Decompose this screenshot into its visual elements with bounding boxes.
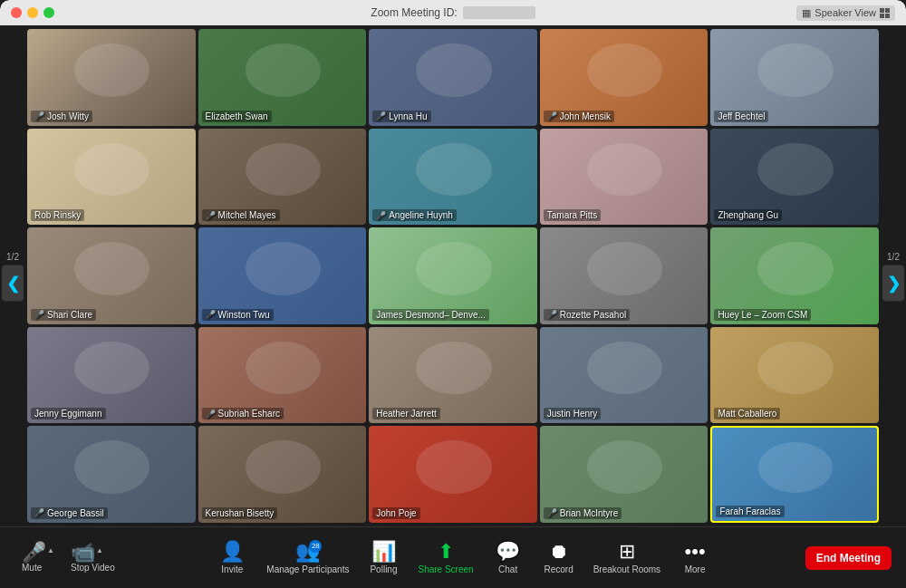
chat-icon: 💬 bbox=[496, 542, 520, 562]
video-cell-farah[interactable]: Farah Faraclas bbox=[710, 426, 879, 523]
name-tag-john: 🎤John Mensik bbox=[544, 111, 614, 122]
toolbar-center: 👤 Invite 👥 28 Manage Participants 📊 Poll… bbox=[122, 538, 805, 578]
meeting-id-field bbox=[463, 6, 535, 19]
video-grid: 🎤Josh WittyElizabeth Swan🎤Lynna Hu🎤John … bbox=[27, 29, 879, 523]
name-tag-elizabeth: Elizabeth Swan bbox=[202, 111, 272, 122]
polling-icon: 📊 bbox=[371, 542, 396, 562]
stop-video-button[interactable]: 📹 ▲ Stop Video bbox=[63, 539, 122, 576]
name-tag-angeline: 🎤Angeline Huynh bbox=[372, 209, 457, 221]
right-page-indicator: 1/2 bbox=[887, 251, 900, 261]
name-tag-farah: Farah Faraclas bbox=[716, 506, 784, 517]
name-tag-lynna: 🎤Lynna Hu bbox=[372, 111, 430, 122]
name-tag-tamara: Tamara Pitts bbox=[544, 209, 602, 221]
video-cell-angeline[interactable]: 🎤Angeline Huynh bbox=[369, 129, 537, 226]
name-tag-george: 🎤George Bassil bbox=[31, 507, 108, 519]
more-button[interactable]: ••• More bbox=[671, 538, 718, 578]
muted-mic-icon: 🎤 bbox=[206, 410, 216, 419]
left-arrow-icon[interactable]: ❮ bbox=[2, 265, 24, 301]
video-cell-john[interactable]: 🎤John Mensik bbox=[540, 29, 708, 126]
name-tag-shari: 🎤Shari Clare bbox=[31, 309, 96, 321]
muted-mic-icon: 🎤 bbox=[547, 310, 557, 319]
record-button[interactable]: ⏺ Record bbox=[535, 538, 583, 578]
maximize-button[interactable] bbox=[43, 7, 54, 18]
window-title: Zoom Meeting ID: bbox=[371, 6, 535, 19]
video-cell-james[interactable]: James Desmond– Denve... bbox=[369, 227, 537, 324]
video-cell-kerushan[interactable]: Kerushan Bisetty bbox=[198, 426, 367, 523]
video-cell-rozette[interactable]: 🎤Rozette Pasahol bbox=[540, 227, 708, 324]
video-cell-justin[interactable]: Justin Henry bbox=[540, 327, 708, 424]
video-cell-matt[interactable]: Matt Caballero bbox=[710, 327, 879, 424]
video-cell-elizabeth[interactable]: Elizabeth Swan bbox=[198, 29, 367, 126]
speaker-view-icon: ▦ bbox=[802, 7, 811, 19]
name-tag-jeff: Jeff Bechtel bbox=[714, 111, 768, 122]
muted-mic-icon: 🎤 bbox=[547, 508, 557, 517]
video-cell-huey[interactable]: Huey Le – Zoom CSM bbox=[710, 227, 879, 324]
video-cell-zhenghang[interactable]: Zhenghang Gu bbox=[710, 129, 879, 226]
mute-button[interactable]: 🎤 ▲ Mute bbox=[14, 539, 62, 576]
breakout-rooms-icon: ⊞ bbox=[619, 542, 635, 562]
muted-mic-icon: 🎤 bbox=[34, 111, 44, 120]
name-tag-zhenghang: Zhenghang Gu bbox=[714, 209, 782, 221]
video-cell-heather[interactable]: Heather Jarrett bbox=[369, 327, 537, 424]
share-screen-icon: ⬆ bbox=[438, 542, 454, 562]
video-arrow[interactable]: ▲ bbox=[96, 546, 103, 554]
left-page-indicator: 1/2 bbox=[6, 251, 19, 261]
muted-mic-icon: 🎤 bbox=[376, 111, 386, 120]
toolbar-right: End Meeting bbox=[805, 546, 892, 570]
next-page-button[interactable]: 1/2 ❯ bbox=[882, 251, 904, 301]
prev-page-button[interactable]: 1/2 ❮ bbox=[2, 251, 24, 301]
video-cell-jenny[interactable]: Jenny Eggimann bbox=[27, 327, 196, 424]
record-icon: ⏺ bbox=[549, 542, 569, 562]
share-screen-button[interactable]: ⬆ Share Screen bbox=[410, 538, 480, 578]
name-tag-mitchel: 🎤Mitchel Mayes bbox=[202, 209, 280, 221]
speaker-view-button[interactable]: ▦ Speaker View bbox=[796, 5, 895, 21]
polling-button[interactable]: 📊 Polling bbox=[360, 538, 407, 578]
video-cell-jeff[interactable]: Jeff Bechtel bbox=[710, 29, 879, 126]
mute-arrow[interactable]: ▲ bbox=[47, 546, 54, 554]
name-tag-rob: Rob Rinsky bbox=[31, 209, 84, 221]
invite-button[interactable]: 👤 Invite bbox=[208, 538, 255, 578]
name-tag-subriah: 🎤Subriah Esharc bbox=[202, 408, 284, 419]
name-tag-winston: 🎤Winston Twu bbox=[202, 309, 274, 321]
video-cell-subriah[interactable]: 🎤Subriah Esharc bbox=[198, 327, 367, 424]
muted-mic-icon: 🎤 bbox=[376, 211, 386, 220]
video-cell-tamara[interactable]: Tamara Pitts bbox=[540, 129, 708, 226]
minimize-button[interactable] bbox=[27, 7, 38, 18]
video-cell-shari[interactable]: 🎤Shari Clare bbox=[27, 227, 196, 324]
invite-icon: 👤 bbox=[220, 542, 245, 562]
video-cell-george[interactable]: 🎤George Bassil bbox=[27, 426, 196, 523]
main-content: 1/2 ❮ 🎤Josh WittyElizabeth Swan🎤Lynna Hu… bbox=[0, 25, 906, 588]
video-cell-johnp[interactable]: John Poje bbox=[369, 426, 537, 523]
name-tag-johnp: John Poje bbox=[372, 507, 419, 519]
muted-mic-icon: 🎤 bbox=[34, 310, 44, 319]
manage-participants-button[interactable]: 👥 28 Manage Participants bbox=[259, 538, 356, 578]
name-tag-huey: Huey Le – Zoom CSM bbox=[714, 309, 811, 321]
video-cell-josh[interactable]: 🎤Josh Witty bbox=[27, 29, 196, 126]
grid-layout-icon bbox=[880, 8, 890, 18]
name-tag-brian: 🎤Brian McIntyre bbox=[544, 507, 622, 519]
end-meeting-button[interactable]: End Meeting bbox=[805, 546, 892, 570]
name-tag-heather: Heather Jarrett bbox=[372, 408, 440, 419]
toolbar: 🎤 ▲ Mute 📹 ▲ Stop Video 👤 Invite bbox=[0, 526, 906, 588]
more-icon: ••• bbox=[685, 542, 706, 562]
video-cell-winston[interactable]: 🎤Winston Twu bbox=[198, 227, 367, 324]
name-tag-matt: Matt Caballero bbox=[714, 408, 780, 419]
name-tag-josh: 🎤Josh Witty bbox=[31, 111, 92, 122]
muted-mic-icon: 🎤 bbox=[206, 211, 216, 220]
video-cell-lynna[interactable]: 🎤Lynna Hu bbox=[369, 29, 537, 126]
breakout-rooms-button[interactable]: ⊞ Breakout Rooms bbox=[586, 538, 668, 578]
chat-button[interactable]: 💬 Chat bbox=[485, 538, 532, 578]
name-tag-jenny: Jenny Eggimann bbox=[31, 408, 106, 419]
right-arrow-icon[interactable]: ❯ bbox=[882, 265, 904, 301]
muted-mic-icon: 🎤 bbox=[34, 508, 44, 517]
mute-icon: 🎤 bbox=[22, 543, 46, 563]
video-cell-brian[interactable]: 🎤Brian McIntyre bbox=[540, 426, 708, 523]
video-cell-mitchel[interactable]: 🎤Mitchel Mayes bbox=[198, 129, 367, 226]
name-tag-justin: Justin Henry bbox=[544, 408, 602, 419]
video-icon: 📹 bbox=[71, 543, 95, 563]
video-cell-rob[interactable]: Rob Rinsky bbox=[27, 129, 196, 226]
name-tag-james: James Desmond– Denve... bbox=[372, 309, 489, 321]
title-bar: Zoom Meeting ID: ▦ Speaker View bbox=[0, 0, 906, 25]
close-button[interactable] bbox=[11, 7, 22, 18]
name-tag-rozette: 🎤Rozette Pasahol bbox=[544, 309, 630, 321]
